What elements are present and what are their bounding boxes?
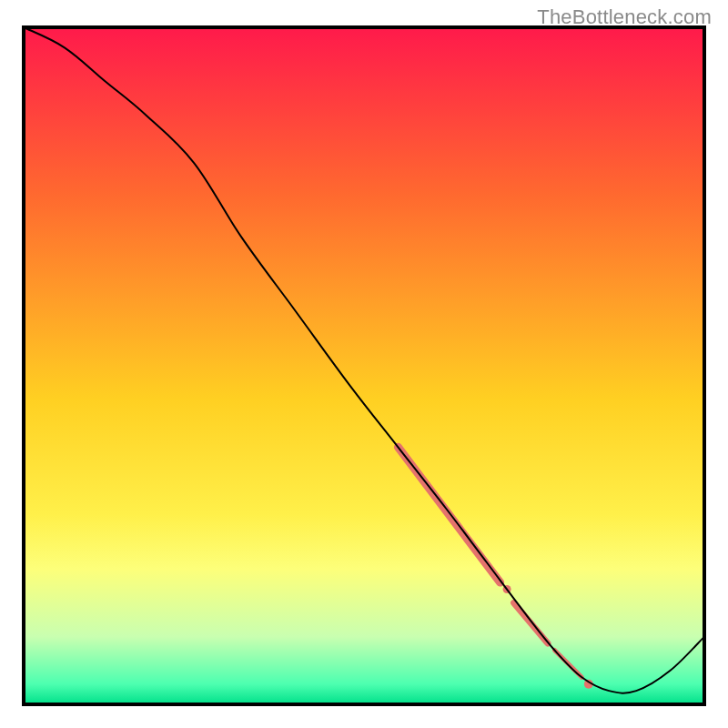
chart-container: TheBottleneck.com bbox=[0, 0, 728, 728]
plot-background bbox=[24, 27, 704, 704]
watermark-text: TheBottleneck.com bbox=[537, 5, 712, 29]
bottleneck-chart bbox=[0, 0, 728, 728]
